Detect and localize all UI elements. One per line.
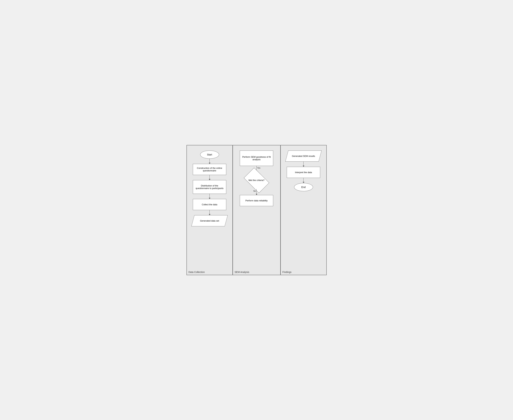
- interpret-node: Interpret the data: [287, 167, 320, 178]
- construct-node: Construction of the online questionnaire: [193, 164, 226, 175]
- no-label: No: [253, 190, 256, 192]
- arrow-criteria-to-reliability: No: [256, 189, 257, 195]
- data-reliability-node: Perform data reliability: [240, 195, 273, 206]
- distribute-node: Distribution of the questionnaire to par…: [193, 180, 226, 194]
- arrow-results-to-interpret: [303, 162, 304, 167]
- dataset-node: Generated data set: [193, 215, 226, 226]
- collect-node: Collect the data: [193, 199, 226, 210]
- findings-label: Findings: [282, 271, 292, 273]
- start-node: Start: [200, 150, 219, 159]
- yes-label: Yes: [257, 167, 261, 169]
- findings-column: Generated SEM results Interpret the data: [280, 145, 327, 275]
- diagram-container: Start Construction of the online questio…: [181, 140, 332, 280]
- sem-analysis-column: Perform SEM goodness of fit analysis Yes…: [233, 145, 280, 275]
- sem-gof-node: Perform SEM goodness of fit analysis: [240, 150, 273, 166]
- flowchart: Start Construction of the online questio…: [187, 145, 327, 275]
- met-criteria-node: Met the criteria?: [243, 172, 270, 189]
- arrow-construct-to-distribute: [209, 175, 210, 180]
- start-ellipse: Start: [200, 150, 219, 159]
- arrow-interpret-to-end: [303, 178, 304, 183]
- data-collection-column: Start Construction of the online questio…: [187, 145, 233, 275]
- sem-analysis-label: SEM Analysis: [235, 271, 249, 273]
- data-collection-label: Data Collection: [188, 271, 205, 273]
- end-node: End: [294, 183, 313, 191]
- sem-results-node: Generated SEM results: [287, 150, 320, 162]
- arrow-distribute-to-collect: [209, 194, 210, 199]
- arrow-collect-to-dataset: [209, 210, 210, 215]
- arrow-start-to-construct: [209, 159, 210, 164]
